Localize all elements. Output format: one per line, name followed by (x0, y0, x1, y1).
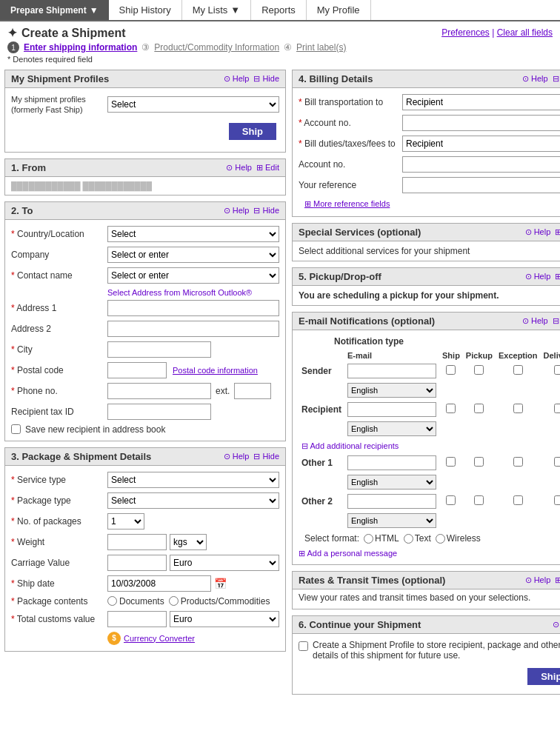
shipment-profile-select[interactable]: Select (107, 96, 279, 113)
nav-my-lists[interactable]: My Lists ▼ (182, 0, 252, 20)
recipient-ship-checkbox[interactable] (446, 404, 456, 413)
other2-lang-select[interactable]: English (347, 513, 436, 528)
city-input[interactable] (107, 341, 211, 358)
other2-email-input[interactable] (347, 494, 436, 509)
format-html-option[interactable]: HTML (364, 533, 399, 544)
step-3-label[interactable]: Print label(s) (296, 42, 346, 53)
sender-exception-checkbox[interactable] (513, 365, 523, 375)
other1-lang-select[interactable]: English (347, 475, 436, 490)
from-help[interactable]: ⊙ Help (226, 163, 252, 173)
nav-my-profile[interactable]: My Profile (307, 0, 371, 20)
currency-converter-icon[interactable]: $ (107, 632, 121, 645)
duties-account-input[interactable] (402, 156, 560, 173)
customs-input[interactable] (107, 611, 167, 627)
format-wireless-option[interactable]: Wireless (436, 533, 481, 544)
num-packages-select[interactable]: 1 (107, 513, 144, 529)
calendar-icon[interactable]: 📅 (214, 578, 227, 589)
service-type-select[interactable]: Select (107, 472, 279, 488)
documents-option[interactable]: Documents (107, 596, 164, 607)
ship-button-profiles[interactable]: Ship (229, 123, 276, 140)
contact-select[interactable]: Select or enter (107, 267, 279, 284)
preferences-link[interactable]: Preferences (441, 27, 490, 38)
rates-help[interactable]: ⊙ Help (525, 575, 551, 585)
add-recipients-link[interactable]: ⊟ Add additional recipients (301, 441, 399, 450)
clear-all-fields-link[interactable]: Clear all fields (497, 27, 553, 38)
email-notifications-hide[interactable]: ⊟ Hide (553, 316, 560, 326)
currency-converter-link[interactable]: Currency Converter (124, 634, 195, 643)
other1-ship-checkbox[interactable] (446, 457, 456, 467)
sender-email-input[interactable] (347, 364, 436, 378)
other2-exception-checkbox[interactable] (513, 495, 523, 505)
address1-input[interactable] (107, 300, 279, 316)
pickup-help[interactable]: ⊙ Help (525, 272, 551, 281)
carriage-currency-select[interactable]: Euro (170, 555, 279, 571)
special-services-edit[interactable]: ⊞ Edit (555, 227, 560, 237)
nav-ship-history[interactable]: Ship History (109, 0, 182, 20)
nav-prepare-shipment[interactable]: Prepare Shipment ▼ (0, 0, 109, 20)
billing-help[interactable]: ⊙ Help (522, 74, 548, 84)
format-html-radio[interactable] (364, 534, 373, 544)
carriage-input[interactable] (107, 555, 167, 571)
sender-pickup-checkbox[interactable] (474, 365, 484, 375)
format-text-option[interactable]: Text (404, 533, 431, 544)
documents-radio[interactable] (107, 596, 117, 606)
step-2-label[interactable]: Product/Commodity Information (154, 42, 279, 53)
account-input[interactable] (402, 115, 560, 131)
step-1-label[interactable]: Enter shipping information (24, 42, 137, 53)
my-shipment-profiles-help[interactable]: ⊙ Help (224, 74, 250, 84)
other2-delivery-checkbox[interactable] (554, 495, 560, 505)
other1-exception-checkbox[interactable] (513, 457, 523, 467)
continue-ship-button[interactable]: Ship (527, 668, 560, 685)
other1-pickup-checkbox[interactable] (474, 457, 484, 467)
save-recipient-checkbox[interactable] (11, 424, 21, 434)
bill-transport-select[interactable]: Recipient (402, 94, 560, 110)
address2-input[interactable] (107, 321, 279, 337)
bill-duties-select[interactable]: Recipient (402, 136, 560, 152)
tax-input[interactable] (107, 404, 211, 420)
postal-input[interactable] (107, 362, 167, 378)
special-services-help[interactable]: ⊙ Help (525, 227, 551, 237)
outlook-address-link[interactable]: Select Address from Microsoft Outlook® (107, 288, 279, 297)
to-help[interactable]: ⊙ Help (224, 206, 250, 216)
weight-input[interactable] (107, 534, 167, 550)
create-profile-checkbox[interactable] (299, 641, 308, 651)
weight-unit-select[interactable]: kgs (170, 534, 207, 550)
postal-info-link[interactable]: Postal code information (173, 366, 258, 375)
other2-ship-checkbox[interactable] (446, 495, 456, 505)
other2-pickup-checkbox[interactable] (474, 495, 484, 505)
company-select[interactable]: Select or enter (107, 247, 279, 263)
nav-reports[interactable]: Reports (251, 0, 307, 20)
customs-currency-select[interactable]: Euro (170, 611, 279, 627)
more-ref-link[interactable]: ⊞ More reference fields (299, 198, 560, 210)
products-option[interactable]: Products/Commodities (169, 596, 270, 607)
recipient-exception-checkbox[interactable] (513, 404, 523, 413)
my-shipment-profiles-hide[interactable]: ⊟ Hide (253, 74, 279, 84)
other1-email-input[interactable] (347, 455, 436, 470)
products-radio[interactable] (169, 596, 179, 606)
add-message-link[interactable]: ⊞ Add a personal message (299, 549, 397, 558)
package-help[interactable]: ⊙ Help (224, 452, 250, 461)
ship-date-input[interactable] (107, 575, 211, 592)
recipient-email-input[interactable] (347, 402, 436, 417)
pickup-edit[interactable]: ⊞ Edit (555, 272, 560, 281)
package-hide[interactable]: ⊟ Hide (253, 452, 279, 461)
phone-input[interactable] (107, 383, 211, 399)
sender-ship-checkbox[interactable] (446, 365, 456, 375)
recipient-pickup-checkbox[interactable] (474, 404, 484, 413)
format-wireless-radio[interactable] (436, 534, 445, 544)
your-ref-input[interactable] (402, 177, 560, 193)
sender-delivery-checkbox[interactable] (554, 365, 560, 375)
to-hide[interactable]: ⊟ Hide (253, 206, 279, 216)
recipient-delivery-checkbox[interactable] (554, 404, 560, 413)
format-text-radio[interactable] (404, 534, 413, 544)
rates-edit[interactable]: ⊞ Edit (555, 575, 560, 585)
from-edit[interactable]: ⊞ Edit (256, 163, 279, 173)
phone-ext-input[interactable] (234, 383, 271, 399)
other1-delivery-checkbox[interactable] (554, 457, 560, 467)
recipient-lang-select[interactable]: English (347, 421, 436, 436)
package-type-select[interactable]: Select (107, 492, 279, 509)
billing-hide[interactable]: ⊟ Hide (553, 74, 560, 84)
continue-help[interactable]: ⊙ Help (553, 620, 560, 629)
country-select[interactable]: Select (107, 226, 279, 242)
email-notifications-help[interactable]: ⊙ Help (522, 316, 548, 326)
